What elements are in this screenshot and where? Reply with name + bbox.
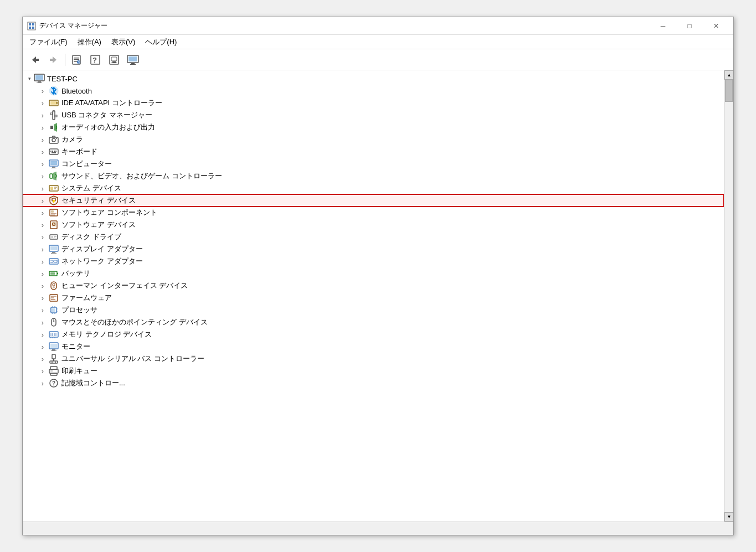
forward-button[interactable] bbox=[45, 51, 63, 68]
tree-item-software-device[interactable]: ›ソフトウェア デバイス bbox=[23, 219, 724, 231]
expand-display[interactable]: › bbox=[38, 245, 47, 254]
title-bar: デバイス マネージャー ─ □ ✕ bbox=[23, 17, 733, 35]
expand-network[interactable]: › bbox=[38, 257, 47, 266]
expand-hid[interactable]: › bbox=[38, 281, 47, 290]
update-driver-button[interactable] bbox=[105, 51, 123, 68]
tree-item-firmware[interactable]: ›ファームウェア bbox=[23, 292, 724, 304]
icon-display bbox=[48, 244, 59, 255]
tree-item-camera[interactable]: ›カメラ bbox=[23, 133, 724, 146]
svg-rect-45 bbox=[55, 151, 56, 152]
menu-view[interactable]: 表示(V) bbox=[107, 36, 140, 48]
tree-item-printer[interactable]: ›印刷キュー bbox=[23, 365, 724, 377]
tree-item-network[interactable]: ›ネットワーク アダプター bbox=[23, 255, 724, 267]
tree-item-memory[interactable]: ›メモリ テクノロジ デバイス bbox=[23, 328, 724, 341]
expand-bluetooth[interactable]: › bbox=[38, 86, 47, 95]
expand-disk[interactable]: › bbox=[38, 233, 47, 241]
expand-keyboard[interactable]: › bbox=[38, 147, 47, 156]
expand-usb-connector[interactable]: › bbox=[38, 111, 47, 120]
menu-action[interactable]: 操作(A) bbox=[73, 36, 106, 48]
tree-item-sound[interactable]: ›サウンド、ビデオ、およびゲーム コントローラー bbox=[23, 170, 724, 182]
svg-rect-77 bbox=[57, 273, 58, 274]
icon-other: ? bbox=[48, 378, 59, 389]
menu-bar: ファイル(F) 操作(A) 表示(V) ヘルプ(H) bbox=[23, 35, 733, 49]
scroll-up-button[interactable]: ▲ bbox=[724, 70, 733, 80]
tree-item-mouse[interactable]: ›マウスとそのほかのポインティング デバイス bbox=[23, 316, 724, 328]
monitor-button[interactable] bbox=[124, 51, 142, 68]
close-button[interactable]: ✕ bbox=[703, 17, 729, 35]
maximize-button[interactable]: □ bbox=[677, 17, 702, 35]
tree-item-security[interactable]: ›セキュリティ デバイス bbox=[23, 194, 724, 207]
expand-computer[interactable]: › bbox=[38, 159, 47, 168]
icon-software-component bbox=[48, 207, 59, 218]
svg-rect-42 bbox=[50, 151, 52, 152]
tree-item-ide[interactable]: ›IDE ATA/ATAPI コントローラー bbox=[23, 97, 724, 109]
menu-file[interactable]: ファイル(F) bbox=[25, 36, 72, 48]
svg-rect-50 bbox=[51, 168, 56, 168]
expand-processor[interactable]: › bbox=[38, 306, 47, 314]
tree-item-other[interactable]: ›?記憶域コントロー... bbox=[23, 377, 724, 389]
expand-printer[interactable]: › bbox=[38, 367, 47, 375]
expand-other[interactable]: › bbox=[38, 379, 47, 388]
label-audio: オーディオの入力および出力 bbox=[61, 122, 155, 132]
svg-rect-8 bbox=[50, 59, 53, 61]
tree-item-battery[interactable]: ›バッテリ bbox=[23, 267, 724, 280]
tree-item-disk[interactable]: ›ディスク ドライブ bbox=[23, 231, 724, 243]
svg-rect-18 bbox=[111, 57, 117, 61]
icon-universal bbox=[48, 353, 59, 364]
icon-bluetooth bbox=[48, 85, 59, 96]
tree-item-computer[interactable]: ›コンピューター bbox=[23, 158, 724, 170]
expand-memory[interactable]: › bbox=[38, 330, 47, 339]
tree-item-root[interactable]: ▾ TEST-PC bbox=[23, 73, 724, 85]
svg-rect-53 bbox=[50, 187, 53, 190]
svg-marker-7 bbox=[53, 56, 56, 63]
expand-mouse[interactable]: › bbox=[38, 318, 47, 327]
expand-monitor[interactable]: › bbox=[38, 342, 47, 351]
expand-software-component[interactable]: › bbox=[38, 208, 47, 217]
minimize-button[interactable]: ─ bbox=[650, 17, 676, 35]
tree-panel[interactable]: ▾ TEST-PC ›Bluetooth›IDE ATA/ATAPI コントロー… bbox=[23, 70, 724, 522]
svg-rect-84 bbox=[51, 297, 54, 298]
tree-item-hid[interactable]: ›ヒューマン インターフェイス デバイス bbox=[23, 280, 724, 292]
scroll-down-button[interactable]: ▼ bbox=[724, 512, 733, 522]
scrollbar-thumb[interactable] bbox=[725, 80, 733, 102]
svg-rect-46 bbox=[52, 152, 56, 153]
expand-software-device[interactable]: › bbox=[38, 220, 47, 229]
expand-battery[interactable]: › bbox=[38, 269, 47, 278]
icon-mouse bbox=[48, 317, 59, 328]
tree-item-processor[interactable]: ›プロセッサ bbox=[23, 304, 724, 316]
tree-item-usb-connector[interactable]: ›USB コネクタ マネージャー bbox=[23, 109, 724, 121]
scrollbar[interactable]: ▲ ▼ bbox=[724, 70, 733, 522]
expand-camera[interactable]: › bbox=[38, 135, 47, 144]
tree-item-audio[interactable]: ›オーディオの入力および出力 bbox=[23, 121, 724, 133]
tree-item-universal[interactable]: ›ユニバーサル シリアル バス コントローラー bbox=[23, 353, 724, 365]
expand-system[interactable]: › bbox=[38, 184, 47, 193]
label-monitor: モニター bbox=[61, 342, 90, 352]
menu-help[interactable]: ヘルプ(H) bbox=[141, 36, 181, 48]
expand-ide[interactable]: › bbox=[38, 99, 47, 107]
tree-item-software-component[interactable]: ›ソフトウェア コンポーネント bbox=[23, 207, 724, 219]
scrollbar-track[interactable] bbox=[724, 80, 733, 512]
tree-item-monitor[interactable]: ›モニター bbox=[23, 341, 724, 353]
tree-item-keyboard[interactable]: ›キーボード bbox=[23, 146, 724, 158]
svg-point-115 bbox=[55, 362, 56, 363]
label-disk: ディスク ドライブ bbox=[61, 232, 121, 242]
expand-firmware[interactable]: › bbox=[38, 293, 47, 302]
label-firmware: ファームウェア bbox=[61, 293, 112, 303]
svg-rect-44 bbox=[54, 151, 55, 152]
svg-rect-119 bbox=[50, 370, 53, 372]
tree-item-display[interactable]: ›ディスプレイ アダプター bbox=[23, 243, 724, 255]
expand-root[interactable]: ▾ bbox=[25, 74, 34, 83]
label-ide: IDE ATA/ATAPI コントローラー bbox=[61, 98, 162, 108]
help-button[interactable]: ? bbox=[86, 51, 104, 68]
icon-battery bbox=[48, 268, 59, 279]
tree-item-system[interactable]: ›システム デバイス bbox=[23, 182, 724, 194]
expand-security[interactable]: › bbox=[38, 196, 47, 205]
expand-sound[interactable]: › bbox=[38, 172, 47, 180]
properties-button[interactable]: ? bbox=[68, 51, 85, 68]
expand-audio[interactable]: › bbox=[38, 123, 47, 132]
svg-rect-28 bbox=[37, 82, 42, 83]
tree-item-bluetooth[interactable]: ›Bluetooth bbox=[23, 85, 724, 97]
back-button[interactable] bbox=[26, 51, 44, 68]
expand-universal[interactable]: › bbox=[38, 354, 47, 363]
svg-rect-78 bbox=[50, 272, 55, 275]
